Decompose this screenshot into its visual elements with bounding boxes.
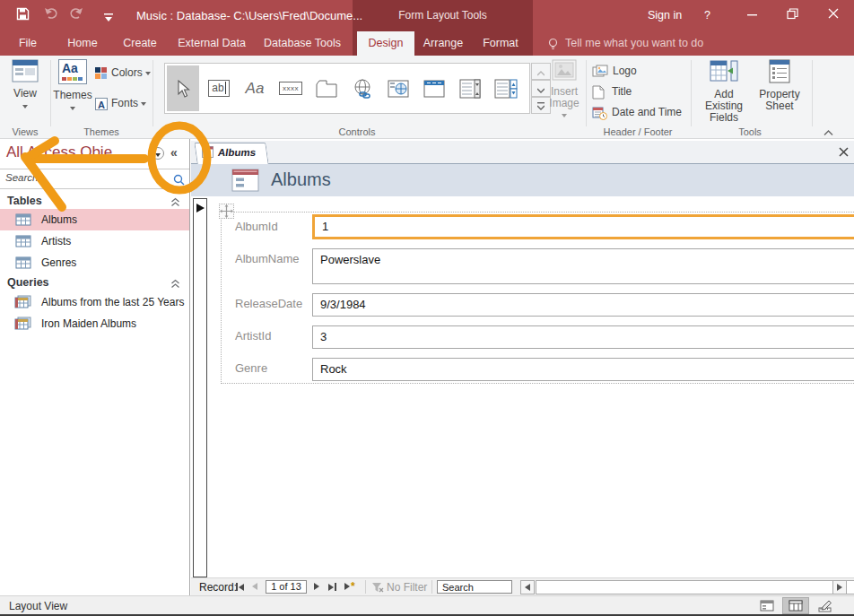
navigation-control[interactable] bbox=[418, 65, 450, 111]
themes-icon: Aa bbox=[58, 59, 87, 84]
record-search-input[interactable]: Search bbox=[437, 580, 512, 594]
field-label-genre[interactable]: Genre bbox=[235, 361, 267, 375]
list-box-icon bbox=[494, 79, 518, 99]
nav-group-queries-header[interactable]: Queries bbox=[7, 276, 49, 289]
close-document-icon[interactable] bbox=[838, 146, 850, 158]
nav-search-bar[interactable]: Search... bbox=[0, 169, 189, 189]
view-button[interactable]: View bbox=[5, 59, 45, 112]
themes-button[interactable]: Aa Themes bbox=[52, 59, 93, 114]
ribbon: View Views Aa Themes Colors bbox=[0, 56, 854, 139]
restore-button[interactable] bbox=[782, 7, 802, 27]
tell-me-box[interactable]: Tell me what you want to do bbox=[565, 31, 703, 56]
help-button[interactable]: ? bbox=[704, 0, 710, 31]
field-label-releasedate[interactable]: ReleaseDate bbox=[235, 297, 302, 310]
shutter-bar-close-button[interactable]: « bbox=[170, 145, 178, 160]
controls-group-label: Controls bbox=[164, 126, 550, 137]
field-input-albumname[interactable]: Powerslave bbox=[312, 248, 854, 284]
document-tab-label: Albums bbox=[217, 147, 257, 158]
nav-item-query-last-25-years[interactable]: Albums from the last 25 Years bbox=[0, 291, 189, 313]
first-record-button[interactable] bbox=[236, 583, 244, 591]
customize-quick-access-icon[interactable] bbox=[99, 10, 118, 30]
nav-item-query-iron-maiden-albums[interactable]: Iron Maiden Albums bbox=[0, 313, 189, 334]
insert-image-button[interactable]: Insert Image bbox=[545, 59, 583, 121]
header-footer-group-label: Header / Footer bbox=[586, 126, 690, 137]
new-record-button[interactable]: * bbox=[344, 583, 355, 590]
minimize-button[interactable] bbox=[743, 7, 762, 27]
document-tab-content[interactable]: Albums bbox=[202, 146, 256, 158]
record-selector-bar[interactable] bbox=[193, 198, 207, 577]
tab-control[interactable] bbox=[310, 65, 343, 111]
layout-view-button[interactable] bbox=[782, 597, 809, 614]
themes-button-label: Themes bbox=[52, 90, 93, 101]
title-button[interactable]: Title bbox=[592, 82, 632, 101]
contextual-tools-label: Form Layout Tools bbox=[353, 0, 533, 31]
table-icon bbox=[15, 213, 31, 226]
tab-create[interactable]: Create bbox=[117, 31, 163, 56]
nav-pane-menu-button[interactable] bbox=[152, 147, 164, 160]
field-input-artistid[interactable]: 3 bbox=[312, 325, 854, 349]
hscroll-track[interactable] bbox=[536, 580, 854, 594]
nav-item-albums-table[interactable]: Albums bbox=[0, 209, 189, 230]
tab-home[interactable]: Home bbox=[59, 31, 106, 56]
nav-item-artists-table[interactable]: Artists bbox=[0, 230, 189, 252]
form-view-button[interactable] bbox=[754, 597, 780, 614]
add-existing-fields-button[interactable]: Add Existing Fields bbox=[694, 59, 754, 124]
field-input-genre[interactable]: Rock bbox=[312, 358, 854, 381]
last-record-button[interactable] bbox=[328, 583, 336, 591]
next-record-button[interactable] bbox=[314, 583, 319, 590]
form-view-icon bbox=[12, 59, 39, 82]
design-view-button[interactable] bbox=[812, 597, 839, 614]
search-icon[interactable] bbox=[173, 174, 185, 186]
text-box-control[interactable]: ab bbox=[203, 65, 235, 111]
save-icon[interactable] bbox=[13, 6, 32, 26]
property-sheet-label-2: Sheet bbox=[754, 100, 806, 112]
tab-file[interactable]: File bbox=[9, 31, 47, 56]
fonts-icon: A bbox=[95, 98, 108, 110]
date-and-time-button[interactable]: Date and Time bbox=[592, 102, 682, 122]
previous-record-button[interactable] bbox=[252, 583, 257, 590]
colors-button[interactable]: Colors bbox=[95, 63, 151, 82]
list-box-control[interactable] bbox=[490, 65, 522, 111]
button-control[interactable]: xxxx bbox=[274, 65, 307, 111]
tab-database-tools[interactable]: Database Tools bbox=[260, 31, 344, 56]
query-icon bbox=[14, 295, 31, 308]
web-browser-control[interactable] bbox=[382, 65, 414, 111]
field-input-releasedate[interactable]: 9/3/1984 bbox=[312, 293, 854, 317]
nav-item-genres-table[interactable]: Genres bbox=[0, 252, 189, 273]
record-label: Record: bbox=[199, 581, 237, 594]
group-separator bbox=[152, 60, 153, 126]
undo-icon[interactable] bbox=[41, 6, 61, 26]
record-position-box[interactable]: 1 of 13 bbox=[266, 580, 307, 594]
logo-button[interactable]: Logo bbox=[592, 61, 637, 81]
hyperlink-control[interactable] bbox=[346, 65, 379, 111]
hscroll-right-button[interactable] bbox=[832, 580, 847, 594]
tab-format[interactable]: Format bbox=[477, 31, 524, 56]
query-icon bbox=[14, 317, 31, 330]
hscroll-left-button[interactable] bbox=[520, 580, 535, 594]
view-dropdown-caret bbox=[22, 105, 28, 108]
tab-control-icon bbox=[316, 80, 337, 98]
field-label-artistid[interactable]: ArtistId bbox=[235, 329, 271, 343]
select-control[interactable] bbox=[167, 65, 199, 111]
group-separator bbox=[812, 60, 813, 126]
nav-group-tables-header[interactable]: Tables bbox=[7, 195, 42, 207]
collapse-group-icon[interactable] bbox=[170, 279, 180, 289]
nav-pane-menu-caret bbox=[155, 153, 161, 157]
layout-move-handle[interactable] bbox=[219, 204, 234, 219]
tab-design[interactable]: Design bbox=[357, 31, 414, 56]
close-button[interactable] bbox=[824, 7, 843, 27]
property-sheet-button[interactable]: Property Sheet bbox=[754, 59, 806, 112]
no-filter-label[interactable]: No Filter bbox=[387, 581, 427, 594]
fonts-button[interactable]: AFonts bbox=[95, 93, 146, 113]
field-label-albumid[interactable]: AlbumId bbox=[235, 220, 278, 233]
sign-in-button[interactable]: Sign in bbox=[648, 0, 682, 31]
label-control[interactable]: Aa bbox=[239, 65, 271, 111]
field-input-albumid[interactable]: 1 bbox=[312, 214, 854, 239]
tab-external-data[interactable]: External Data bbox=[172, 31, 251, 56]
redo-icon[interactable] bbox=[66, 6, 86, 26]
field-label-albumname[interactable]: AlbumName bbox=[235, 252, 300, 265]
combo-box-control[interactable] bbox=[454, 65, 486, 111]
collapse-ribbon-button[interactable] bbox=[824, 124, 833, 140]
collapse-group-icon[interactable] bbox=[170, 197, 180, 207]
tab-arrange[interactable]: Arrange bbox=[418, 31, 468, 56]
